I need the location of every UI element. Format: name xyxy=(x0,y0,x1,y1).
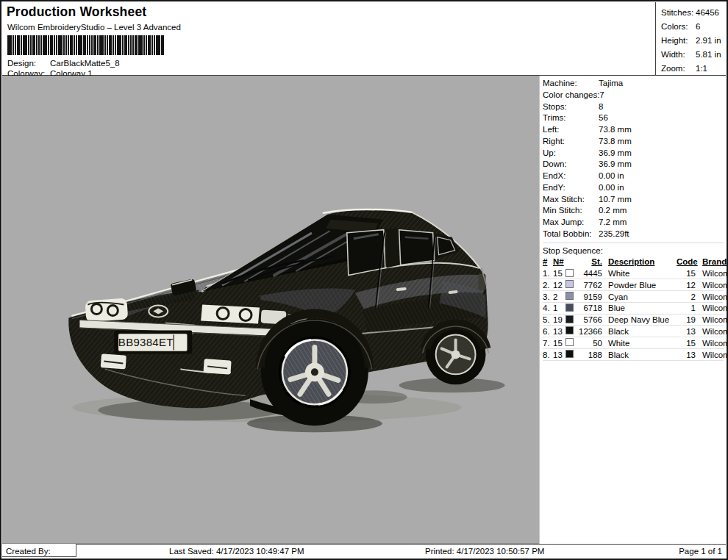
license-plate-text: BB9384ET xyxy=(118,336,174,348)
info-value: 0.2 mm xyxy=(599,205,627,217)
col-header-code: Code xyxy=(677,256,697,268)
col-header-num: # xyxy=(543,256,553,268)
machine-info-row: EndX:0.00 in xyxy=(543,170,726,182)
stop-sequence-row: 1.154445White15Wilcom xyxy=(543,268,724,280)
info-label: Colors: xyxy=(661,20,696,34)
machine-info-row: Color changes:7 xyxy=(543,90,726,101)
stop-cell-n: 15 xyxy=(553,338,565,349)
stop-cell-num: 4. xyxy=(543,303,553,314)
stop-cell-brand: Wilcom xyxy=(697,280,727,291)
stop-cell-n: 15 xyxy=(553,268,565,279)
machine-info-row: Trims:56 xyxy=(543,112,726,124)
stop-cell-num: 2. xyxy=(543,280,553,291)
machine-info-row: Left:73.8 mm xyxy=(543,124,726,136)
info-value: Tajima xyxy=(599,78,623,90)
machine-info-row: Right:73.8 mm xyxy=(543,136,726,148)
thread-color-swatch xyxy=(565,280,574,288)
stop-cell-swatch xyxy=(565,303,577,315)
stop-sequence-rows: 1.154445White15Wilcom2.127762Powder Blue… xyxy=(543,268,724,361)
stop-sequence-title: Stop Sequence: xyxy=(543,245,724,256)
stop-cell-num: 8. xyxy=(543,350,553,361)
stop-cell-description: Cyan xyxy=(604,292,677,303)
stop-cell-description: White xyxy=(604,268,677,279)
machine-info-row: EndY:0.00 in xyxy=(543,182,726,194)
stop-sequence-row: 5.195766Deep Navy Blue19Wilcom xyxy=(543,315,724,326)
stop-cell-description: Blue xyxy=(604,303,677,314)
machine-info-panel: Machine:TajimaColor changes:7Stops:8Trim… xyxy=(539,76,726,544)
stop-cell-num: 3. xyxy=(543,292,553,303)
stop-cell-brand: Wilcom xyxy=(697,338,727,349)
stop-cell-description: Black xyxy=(604,350,677,361)
stop-cell-code: 2 xyxy=(677,292,697,303)
info-label: Down: xyxy=(543,159,599,170)
stop-cell-swatch xyxy=(565,315,577,326)
machine-info-row: Max Stitch:10.7 mm xyxy=(543,194,726,206)
thread-color-swatch xyxy=(565,269,574,277)
info-value: 2.91 in xyxy=(696,34,721,48)
stop-sequence-row: 3.29159Cyan2Wilcom xyxy=(543,291,724,303)
stop-cell-st: 4445 xyxy=(577,268,604,279)
machine-info-row: Up:36.9 mm xyxy=(543,148,726,159)
page-title: Production Worksheet xyxy=(7,4,146,20)
summary-row: Height:2.91 in xyxy=(661,34,726,48)
stop-sequence-row: 6.1312366Black13Wilcom xyxy=(543,326,724,337)
info-label: Stitches: xyxy=(661,6,696,20)
info-label: Zoom: xyxy=(661,62,696,76)
info-value: 7 xyxy=(599,90,604,101)
machine-info-row: Min Stitch:0.2 mm xyxy=(543,205,726,217)
design-barcode xyxy=(7,35,172,55)
info-value: 7.2 mm xyxy=(599,217,627,229)
machine-info-row: Machine:Tajima xyxy=(543,78,726,90)
info-label: Max Jump: xyxy=(543,217,599,229)
stop-cell-description: Deep Navy Blue xyxy=(604,315,677,326)
design-value: CarBlackMatte5_8 xyxy=(50,58,120,68)
summary-row: Zoom:1:1 xyxy=(661,62,726,76)
stop-cell-n: 2 xyxy=(553,292,565,303)
stop-cell-swatch xyxy=(565,279,577,291)
info-label: Color changes: xyxy=(543,90,599,101)
col-header-stitches: St. xyxy=(577,256,604,268)
embroidery-canvas: BB9384ET xyxy=(2,76,539,544)
info-label: Machine: xyxy=(543,78,599,90)
created-by-label: Created By: xyxy=(6,546,51,556)
printed-label: Printed: 4/17/2023 10:50:57 PM xyxy=(425,546,544,556)
info-label: Min Stitch: xyxy=(543,205,599,217)
machine-info-list: Machine:TajimaColor changes:7Stops:8Trim… xyxy=(543,78,726,240)
info-value: 56 xyxy=(599,112,608,124)
info-label: EndY: xyxy=(543,182,599,194)
stop-cell-st: 6718 xyxy=(577,303,604,314)
stop-cell-swatch xyxy=(565,349,577,361)
footer-rule xyxy=(76,544,726,545)
stop-cell-swatch xyxy=(565,326,577,337)
stop-cell-description: Black xyxy=(604,326,677,337)
stop-cell-code: 12 xyxy=(677,280,697,291)
info-label: Trims: xyxy=(543,112,599,124)
info-value: 73.8 mm xyxy=(599,136,632,148)
info-label: Up: xyxy=(543,148,599,159)
stop-cell-n: 12 xyxy=(553,280,565,291)
stop-cell-st: 9159 xyxy=(577,292,604,303)
stop-cell-brand: Wilcom xyxy=(697,326,727,337)
info-value: 6 xyxy=(696,20,700,34)
info-label: Right: xyxy=(543,136,599,148)
thread-color-swatch xyxy=(565,304,574,312)
stop-cell-n: 13 xyxy=(553,350,565,361)
stop-cell-description: White xyxy=(604,338,677,349)
car-embroidery-illustration: BB9384ET xyxy=(2,76,539,543)
col-header-brand: Brand xyxy=(697,256,727,268)
machine-info-row: Stops:8 xyxy=(543,101,726,113)
stop-cell-brand: Wilcom xyxy=(697,315,727,326)
stop-cell-brand: Wilcom xyxy=(697,268,727,279)
col-header-needle: N# xyxy=(553,256,565,268)
info-value: 36.9 mm xyxy=(599,159,632,170)
thread-color-swatch xyxy=(565,292,574,300)
stop-cell-st: 188 xyxy=(577,350,604,361)
info-label: Height: xyxy=(661,34,696,48)
stop-cell-st: 5766 xyxy=(577,315,604,326)
stop-sequence-row: 2.127762Powder Blue12Wilcom xyxy=(543,279,724,291)
thread-color-swatch xyxy=(565,326,574,334)
stop-cell-code: 13 xyxy=(677,326,697,337)
summary-row: Colors:6 xyxy=(661,20,726,34)
info-label: Total Bobbin: xyxy=(543,229,599,240)
info-label: EndX: xyxy=(543,170,599,182)
